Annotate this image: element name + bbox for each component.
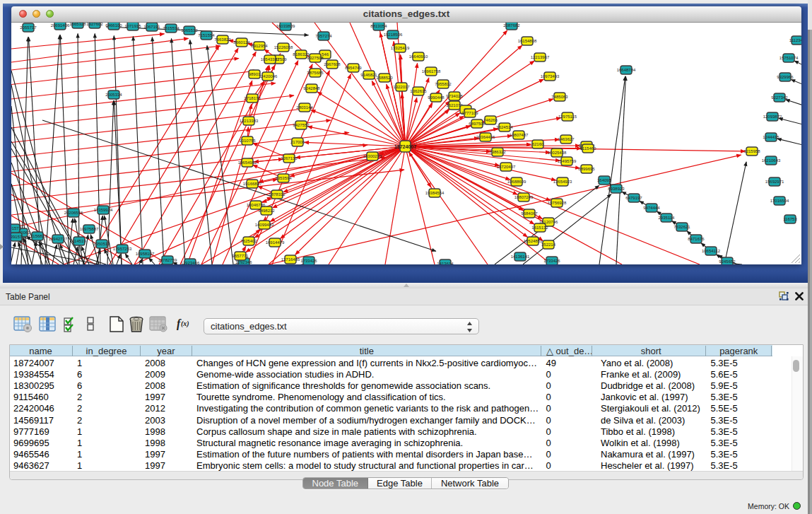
svg-text:19384554: 19384554 xyxy=(425,191,445,195)
svg-text:12213967: 12213967 xyxy=(531,55,550,59)
svg-text:19218506: 19218506 xyxy=(384,33,403,37)
svg-text:16961758: 16961758 xyxy=(422,69,441,74)
svg-text:17957253: 17957253 xyxy=(113,247,132,251)
svg-text:12213383: 12213383 xyxy=(240,119,259,123)
svg-text:1588520: 1588520 xyxy=(376,76,393,80)
svg-text:8454749: 8454749 xyxy=(345,66,362,70)
svg-text:19654952: 19654952 xyxy=(238,160,257,165)
svg-text:1733426: 1733426 xyxy=(543,259,560,263)
svg-text:2967608: 2967608 xyxy=(324,62,341,66)
svg-text:12923466: 12923466 xyxy=(181,261,200,264)
svg-text:19166827: 19166827 xyxy=(243,182,262,186)
svg-text:1112345: 1112345 xyxy=(789,38,801,42)
svg-text:20364436: 20364436 xyxy=(476,135,495,139)
svg-text:19756928: 19756928 xyxy=(548,201,567,205)
svg-text:1010755: 1010755 xyxy=(239,139,256,143)
svg-text:3498212: 3498212 xyxy=(258,209,275,213)
svg-text:16640910: 16640910 xyxy=(409,54,428,59)
svg-text:9327508: 9327508 xyxy=(307,56,324,60)
svg-text:1733426: 1733426 xyxy=(300,259,317,263)
svg-text:15692971: 15692971 xyxy=(765,180,784,184)
svg-text:8813054: 8813054 xyxy=(370,24,387,28)
svg-text:10543382: 10543382 xyxy=(261,57,280,62)
svg-text:1327602: 1327602 xyxy=(86,23,103,26)
svg-text:0899695: 0899695 xyxy=(578,167,595,171)
svg-text:18807249: 18807249 xyxy=(514,195,534,199)
svg-text:2087682: 2087682 xyxy=(503,23,520,28)
svg-text:6497508: 6497508 xyxy=(469,122,486,126)
svg-text:7625402: 7625402 xyxy=(240,239,257,243)
svg-text:1665328: 1665328 xyxy=(69,23,86,26)
svg-text:10958107: 10958107 xyxy=(136,252,155,256)
svg-text:6466100: 6466100 xyxy=(105,23,122,28)
svg-text:16648784: 16648784 xyxy=(617,68,636,72)
svg-text:9242848: 9242848 xyxy=(303,86,320,90)
svg-text:1353594: 1353594 xyxy=(275,176,292,180)
svg-text:6479197: 6479197 xyxy=(625,196,642,200)
svg-text:15300273: 15300273 xyxy=(363,154,382,158)
svg-text:16154808: 16154808 xyxy=(518,39,537,43)
svg-text:13325419: 13325419 xyxy=(391,46,410,50)
svg-text:13524851: 13524851 xyxy=(524,239,543,243)
svg-text:7357274: 7357274 xyxy=(315,34,332,38)
svg-text:20691406: 20691406 xyxy=(51,23,70,28)
svg-text:1071915: 1071915 xyxy=(124,24,141,28)
svg-text:9427552: 9427552 xyxy=(293,123,310,127)
svg-text:9990448: 9990448 xyxy=(428,95,445,100)
svg-text:17016504: 17016504 xyxy=(770,199,789,203)
svg-text:1463627: 1463627 xyxy=(558,137,575,141)
svg-text:1065532: 1065532 xyxy=(181,28,198,33)
svg-text:8938923: 8938923 xyxy=(608,187,625,191)
svg-text:9474444: 9474444 xyxy=(643,206,660,210)
svg-text:5878312: 5878312 xyxy=(269,192,286,197)
svg-text:12093872: 12093872 xyxy=(763,115,782,119)
svg-text:9146821: 9146821 xyxy=(360,73,377,77)
svg-text:3215958: 3215958 xyxy=(743,149,760,153)
svg-text:18724007: 18724007 xyxy=(394,144,416,149)
svg-text:3875685: 3875685 xyxy=(307,71,324,75)
svg-text:1615132: 1615132 xyxy=(531,226,548,230)
svg-text:2935114: 2935114 xyxy=(659,216,676,220)
svg-text:116753: 116753 xyxy=(783,217,797,221)
svg-text:9227342: 9227342 xyxy=(771,95,788,100)
svg-text:1322017: 1322017 xyxy=(393,85,410,89)
svg-text:2005334: 2005334 xyxy=(105,93,122,97)
svg-text:352214: 352214 xyxy=(541,243,556,247)
svg-text:20206556: 20206556 xyxy=(64,211,83,215)
svg-text:9734028: 9734028 xyxy=(446,94,463,98)
svg-text:7485063: 7485063 xyxy=(551,95,568,99)
svg-text:114519: 114519 xyxy=(72,239,86,243)
svg-text:9245652: 9245652 xyxy=(719,259,736,264)
svg-text:10025438: 10025438 xyxy=(548,151,567,155)
svg-text:15495759: 15495759 xyxy=(558,159,577,163)
svg-text:22420046: 22420046 xyxy=(259,74,278,78)
svg-text:10782759: 10782759 xyxy=(158,258,177,262)
svg-text:16033809: 16033809 xyxy=(276,24,295,28)
svg-text:14136141: 14136141 xyxy=(511,255,530,259)
svg-text:164095: 164095 xyxy=(597,178,612,182)
svg-text:1413614: 1413614 xyxy=(437,262,454,264)
svg-text:15751074: 15751074 xyxy=(779,56,799,60)
svg-text:15226058: 15226058 xyxy=(274,45,293,49)
svg-text:12156829: 12156829 xyxy=(28,234,47,238)
svg-text:8471676: 8471676 xyxy=(688,237,705,241)
svg-text:9115460: 9115460 xyxy=(580,146,597,151)
svg-text:3267130: 3267130 xyxy=(281,156,298,160)
svg-text:1067191: 1067191 xyxy=(143,25,160,29)
svg-text:9777109: 9777109 xyxy=(461,111,478,115)
svg-text:12942737: 12942737 xyxy=(49,237,68,241)
svg-text:9684067: 9684067 xyxy=(521,211,538,216)
svg-text:7515534: 7515534 xyxy=(163,26,180,30)
svg-text:8660124: 8660124 xyxy=(233,40,250,45)
svg-text:10973493: 10973493 xyxy=(541,74,560,78)
svg-text:3624514: 3624514 xyxy=(496,125,513,129)
svg-text:15720407: 15720407 xyxy=(497,165,516,169)
svg-text:16914479: 16914479 xyxy=(266,240,285,245)
svg-text:746266: 746266 xyxy=(483,118,498,122)
svg-text:16210643: 16210643 xyxy=(762,158,781,163)
svg-text:39157: 39157 xyxy=(11,235,23,239)
svg-text:98901: 98901 xyxy=(249,72,261,76)
svg-text:14099483: 14099483 xyxy=(255,223,274,227)
svg-text:17359924: 17359924 xyxy=(94,208,113,212)
svg-text:62160: 62160 xyxy=(532,142,544,146)
